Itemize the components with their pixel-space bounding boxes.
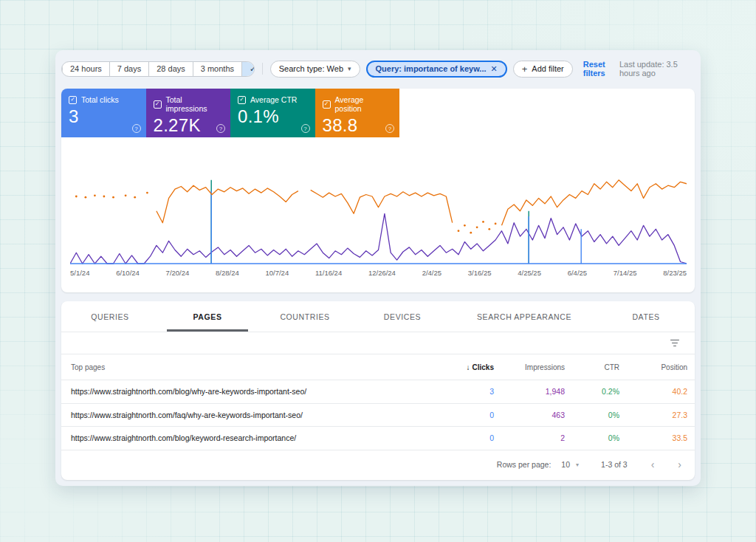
query-filter-chip[interactable]: Query: importance of keyw... ✕ [366, 61, 507, 78]
column-header-impressions[interactable]: Impressions [501, 363, 572, 371]
page-url[interactable]: https://www.straightnorth.com/blog/why-a… [61, 387, 438, 396]
search-console-panel: 24 hours 7 days 28 days 3 months ✓ 16 mo… [55, 50, 701, 486]
chart-x-axis: 5/1/246/10/247/20/248/28/2410/7/2411/16/… [70, 269, 687, 277]
dimension-tab[interactable]: COUNTRIES [256, 301, 354, 332]
dimension-tab[interactable]: SEARCH APPEARANCE [451, 301, 597, 332]
x-tick-label: 2/4/25 [422, 269, 441, 277]
close-icon[interactable]: ✕ [491, 64, 498, 74]
check-icon: ✓ [250, 64, 255, 74]
x-tick-label: 8/28/24 [216, 269, 239, 277]
date-range-group: 24 hours 7 days 28 days 3 months ✓ 16 mo… [61, 61, 255, 77]
table-row[interactable]: https://www.straightnorth.com/blog/why-a… [61, 380, 695, 403]
search-type-label: Search type: Web [279, 64, 343, 73]
date-range-button[interactable]: 7 days [109, 62, 148, 76]
table-toolbar [61, 332, 695, 354]
sort-desc-icon: ↓ [467, 363, 470, 371]
checkbox-checked-icon[interactable]: ✓ [69, 96, 77, 104]
column-header-position[interactable]: Position [627, 363, 695, 371]
dimensions-card: QUERIESPAGESCOUNTRIESDEVICESSEARCH APPEA… [61, 301, 695, 480]
help-icon[interactable]: ? [216, 124, 225, 133]
search-type-dropdown[interactable]: Search type: Web ▾ [270, 61, 360, 78]
date-range-label: 28 days [157, 64, 185, 73]
x-tick-label: 6/10/24 [116, 269, 140, 277]
x-tick-label: 12/26/24 [368, 269, 396, 277]
checkbox-checked-icon[interactable]: ✓ [154, 100, 162, 109]
metric-value: 3 [69, 106, 139, 127]
table-row[interactable]: https://www.straightnorth.com/blog/keywo… [61, 426, 695, 450]
performance-card: ✓ Total clicks 3 ? ✓ Total impressions 2… [61, 89, 695, 292]
date-range-button[interactable]: 3 months [193, 62, 241, 76]
previous-page-button[interactable]: ‹ [651, 459, 655, 470]
dimension-tabs: QUERIESPAGESCOUNTRIESDEVICESSEARCH APPEA… [61, 301, 695, 332]
date-range-label: 24 hours [70, 64, 102, 73]
dimension-tab[interactable]: DATES [597, 301, 695, 332]
metric-card[interactable]: ✓ Total impressions 2.27K ? [146, 89, 231, 137]
checkbox-checked-icon[interactable]: ✓ [323, 100, 331, 109]
dimension-tab[interactable]: QUERIES [61, 301, 159, 332]
metric-card[interactable]: ✓ Total clicks 3 ? [61, 89, 146, 137]
clicks-value: 0 [438, 433, 501, 442]
filter-bar: 24 hours 7 days 28 days 3 months ✓ 16 mo… [61, 60, 695, 78]
metric-label: Average CTR [250, 95, 297, 104]
page-url[interactable]: https://www.straightnorth.com/faq/why-ar… [61, 411, 438, 419]
next-page-button[interactable]: › [678, 459, 681, 470]
x-tick-label: 10/7/24 [265, 269, 289, 277]
position-value: 33.5 [627, 433, 695, 442]
pagination-range: 1-3 of 3 [601, 460, 628, 469]
metric-label: Total clicks [81, 95, 119, 104]
rows-per-page-select[interactable]: 10 ▾ [561, 460, 579, 469]
chevron-down-icon: ▾ [348, 65, 351, 72]
column-header-pages[interactable]: Top pages [61, 363, 438, 371]
chevron-down-icon: ▾ [576, 462, 579, 468]
column-header-clicks[interactable]: ↓Clicks [438, 363, 501, 371]
filter-table-icon[interactable] [667, 337, 682, 350]
impressions-value: 463 [501, 411, 572, 419]
metric-label: Average position [335, 95, 393, 113]
chart-canvas [70, 168, 687, 266]
position-value: 40.2 [627, 387, 695, 396]
ctr-value: 0% [572, 411, 627, 419]
dimension-tab[interactable]: DEVICES [354, 301, 451, 332]
x-tick-label: 3/16/25 [468, 269, 492, 277]
add-filter-button[interactable]: + Add filter [513, 61, 573, 78]
impressions-value: 1,948 [501, 387, 572, 396]
x-tick-label: 8/23/25 [663, 269, 687, 277]
metric-value: 0.1% [238, 106, 308, 127]
date-range-label: 3 months [201, 64, 234, 73]
help-icon[interactable]: ? [301, 124, 310, 133]
impressions-value: 2 [501, 433, 572, 442]
page-url[interactable]: https://www.straightnorth.com/blog/keywo… [61, 433, 438, 442]
metric-value: 38.8 [323, 115, 393, 136]
reset-filters-link[interactable]: Reset filters [583, 60, 619, 78]
metric-card[interactable]: ✓ Average position 38.8 ? [315, 89, 400, 137]
x-tick-label: 7/20/24 [166, 269, 190, 277]
metric-card[interactable]: ✓ Average CTR 0.1% ? [230, 89, 315, 137]
rows-per-page-label: Rows per page: [497, 460, 551, 469]
column-header-ctr[interactable]: CTR [572, 363, 627, 371]
date-range-button[interactable]: 28 days [148, 62, 193, 76]
table-footer: Rows per page: 10 ▾ 1-3 of 3 ‹ › [61, 450, 695, 479]
x-tick-label: 6/4/25 [568, 269, 587, 277]
ctr-value: 0.2% [572, 387, 627, 396]
last-update-text: Last update: 3.5 hours ago [619, 60, 695, 78]
plus-icon: + [522, 64, 528, 75]
clicks-value: 0 [438, 411, 501, 419]
metric-value: 2.27K [154, 115, 224, 136]
clicks-value: 3 [438, 387, 501, 396]
checkbox-checked-icon[interactable]: ✓ [238, 96, 246, 104]
table-row[interactable]: https://www.straightnorth.com/faq/why-ar… [61, 403, 695, 427]
table-body: https://www.straightnorth.com/blog/why-a… [61, 380, 695, 450]
performance-chart[interactable] [70, 168, 687, 266]
dimension-tab[interactable]: PAGES [159, 301, 256, 332]
filter-divider [262, 63, 263, 75]
date-range-label: 7 days [117, 64, 141, 73]
date-range-button[interactable]: ✓ 16 months [241, 62, 255, 76]
query-filter-label: Query: importance of keyw... [376, 64, 487, 73]
ctr-value: 0% [572, 433, 627, 442]
help-icon[interactable]: ? [132, 124, 141, 133]
help-icon[interactable]: ? [385, 124, 394, 133]
date-range-button[interactable]: 24 hours [62, 62, 109, 76]
x-tick-label: 7/14/25 [614, 269, 637, 277]
add-filter-label: Add filter [532, 64, 563, 73]
metric-label: Total impressions [166, 95, 224, 113]
